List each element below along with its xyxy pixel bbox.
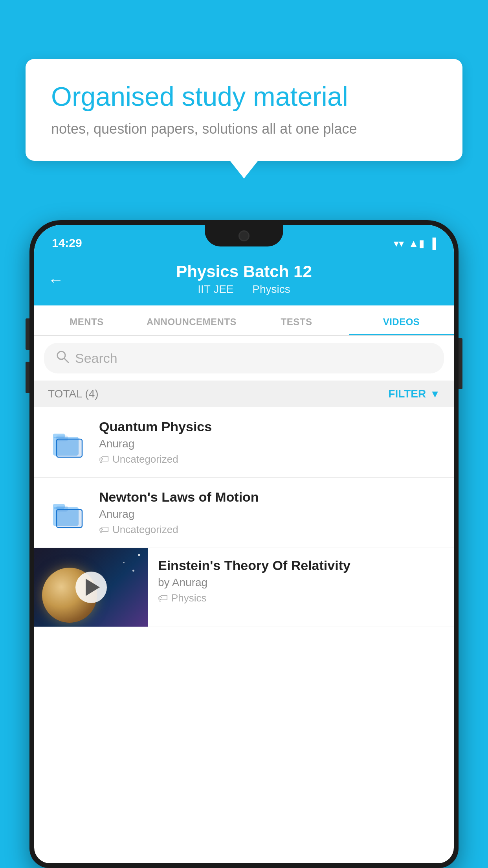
list-item[interactable]: Newton's Laws of Motion Anurag 🏷 Uncateg… <box>34 478 454 548</box>
play-icon <box>86 579 100 596</box>
video-author: by Anurag <box>158 576 444 589</box>
list-item[interactable]: Einstein's Theory Of Relativity by Anura… <box>34 548 454 627</box>
phone-power-button <box>459 338 462 389</box>
search-section: Search <box>34 336 454 381</box>
search-input[interactable]: Search <box>75 351 117 366</box>
video-thumbnail <box>34 548 148 627</box>
status-icons: ▾▾ ▲▮ ▐ <box>394 237 436 250</box>
phone-frame: 14:29 ▾▾ ▲▮ ▐ ← Physics Batch 12 IIT JEE… <box>29 220 459 868</box>
header-title: Physics Batch 12 <box>50 262 438 281</box>
search-icon <box>56 350 69 366</box>
battery-icon: ▐ <box>429 237 436 250</box>
filter-label: FILTER <box>388 388 426 400</box>
phone-volume-up-button <box>26 318 29 350</box>
back-button[interactable]: ← <box>48 271 64 289</box>
video-title: Newton's Laws of Motion <box>99 489 440 505</box>
tag-label: Uncategorized <box>112 524 178 536</box>
svg-rect-9 <box>57 509 82 528</box>
video-list: Quantum Physics Anurag 🏷 Uncategorized <box>34 407 454 627</box>
play-button[interactable] <box>75 572 107 603</box>
svg-rect-4 <box>57 439 82 457</box>
video-tag: 🏷 Uncategorized <box>99 453 440 465</box>
speech-bubble-card: Organised study material notes, question… <box>26 59 462 161</box>
tag-label: Physics <box>171 592 207 604</box>
total-label: TOTAL (4) <box>48 388 99 400</box>
app-header: ← Physics Batch 12 IIT JEE Physics <box>34 254 454 305</box>
svg-rect-5 <box>57 436 68 441</box>
tab-tests[interactable]: TESTS <box>244 305 349 335</box>
folder-icon <box>48 426 87 459</box>
video-tag: 🏷 Physics <box>158 592 444 604</box>
tab-videos[interactable]: VIDEOS <box>349 305 454 335</box>
tabs-bar: MENTS ANNOUNCEMENTS TESTS VIDEOS <box>34 305 454 336</box>
header-subtitle: IIT JEE Physics <box>50 283 438 296</box>
svg-rect-10 <box>57 506 68 511</box>
header-subtitle-iitjee: IIT JEE <box>198 283 233 295</box>
filter-button[interactable]: FILTER ▼ <box>388 388 440 400</box>
tag-icon: 🏷 <box>99 524 109 536</box>
speech-bubble-subtitle: notes, question papers, solutions all at… <box>51 121 437 137</box>
list-item[interactable]: Quantum Physics Anurag 🏷 Uncategorized <box>34 407 454 478</box>
video-author: Anurag <box>99 438 440 450</box>
tag-icon: 🏷 <box>158 592 168 604</box>
tab-announcements[interactable]: ANNOUNCEMENTS <box>139 305 244 335</box>
tag-label: Uncategorized <box>112 453 178 465</box>
video-info: Newton's Laws of Motion Anurag 🏷 Uncateg… <box>99 489 440 536</box>
tag-icon: 🏷 <box>99 453 109 465</box>
tab-ments[interactable]: MENTS <box>34 305 139 335</box>
video-info: Einstein's Theory Of Relativity by Anura… <box>148 548 454 614</box>
video-info: Quantum Physics Anurag 🏷 Uncategorized <box>99 419 440 465</box>
svg-line-1 <box>64 359 68 362</box>
status-time: 14:29 <box>52 236 82 250</box>
signal-icon: ▲▮ <box>409 237 424 250</box>
phone-camera <box>238 230 250 241</box>
video-title: Einstein's Theory Of Relativity <box>158 558 444 573</box>
wifi-icon: ▾▾ <box>394 237 404 250</box>
phone-screen: 14:29 ▾▾ ▲▮ ▐ ← Physics Batch 12 IIT JEE… <box>34 225 454 863</box>
speech-bubble-title: Organised study material <box>51 81 437 113</box>
video-title: Quantum Physics <box>99 419 440 434</box>
header-subtitle-physics: Physics <box>252 283 290 295</box>
search-bar[interactable]: Search <box>44 343 444 373</box>
phone-notch <box>205 225 283 246</box>
phone-volume-down-button <box>26 362 29 393</box>
filter-row: TOTAL (4) FILTER ▼ <box>34 381 454 407</box>
video-tag: 🏷 Uncategorized <box>99 524 440 536</box>
filter-funnel-icon: ▼ <box>430 388 440 400</box>
folder-icon <box>48 496 87 530</box>
video-author: Anurag <box>99 508 440 520</box>
